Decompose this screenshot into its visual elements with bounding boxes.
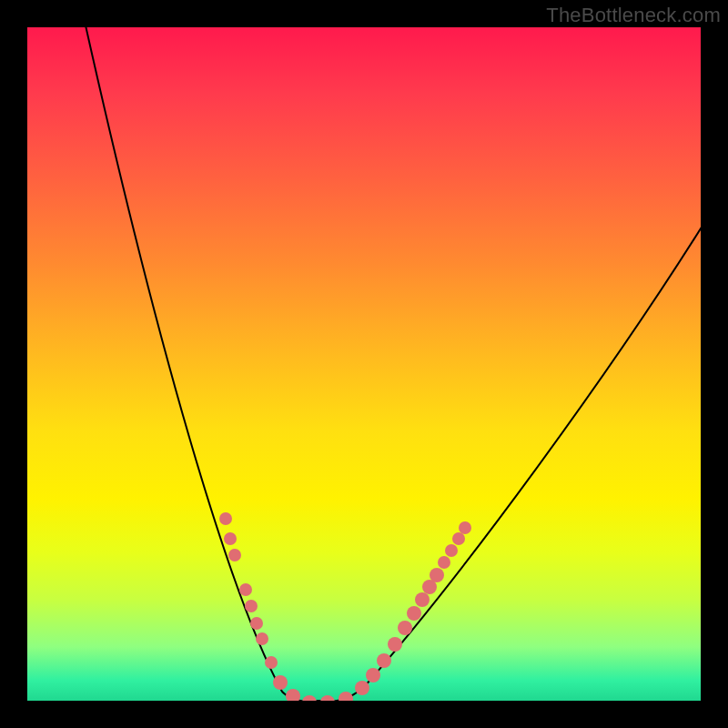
data-point: [224, 532, 237, 545]
data-point: [366, 668, 380, 682]
data-point: [459, 521, 471, 534]
data-point: [355, 681, 369, 695]
watermark-text: TheBottleneck.com: [546, 4, 721, 27]
chart-svg: [27, 27, 701, 701]
data-point: [438, 556, 450, 569]
data-point: [377, 653, 391, 668]
data-point: [239, 583, 252, 596]
data-point: [452, 532, 465, 545]
data-point: [388, 637, 402, 652]
data-points: [219, 512, 471, 701]
data-point: [320, 695, 335, 701]
plot-area: [27, 27, 701, 701]
data-point: [273, 675, 288, 690]
chart-frame: TheBottleneck.com: [0, 0, 728, 728]
data-point: [415, 592, 430, 607]
left-curve: [82, 27, 318, 701]
data-point: [286, 689, 300, 701]
data-point: [219, 512, 232, 525]
data-point: [445, 544, 458, 557]
data-point: [407, 606, 421, 621]
data-point: [245, 600, 258, 612]
data-point: [430, 568, 444, 582]
right-curve: [318, 226, 701, 701]
data-point: [339, 692, 353, 701]
data-point: [228, 549, 241, 561]
data-point: [302, 695, 317, 701]
data-point: [265, 656, 278, 669]
data-point: [256, 632, 268, 645]
data-point: [398, 621, 412, 635]
data-point: [250, 617, 263, 630]
